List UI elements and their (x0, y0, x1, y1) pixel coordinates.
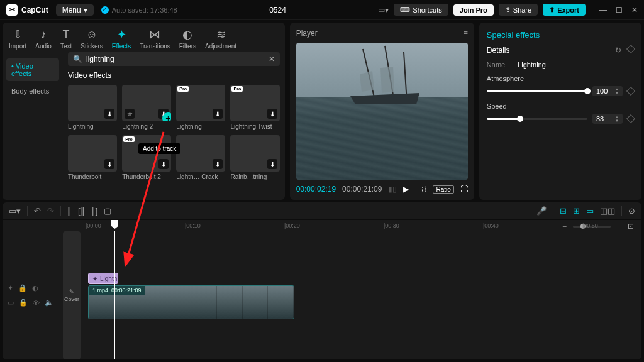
tab-transitions[interactable]: ⋈Transitions (140, 28, 170, 50)
pro-badge: Pro (177, 86, 189, 92)
param-value-input[interactable]: 33▲▼ (592, 114, 623, 124)
video-clip-label: 1.mp4 00:00:21:09 (89, 286, 145, 295)
video-clip[interactable]: 1.mp4 00:00:21:09 (88, 285, 294, 319)
tab-text[interactable]: TText (60, 28, 72, 50)
reset-icon[interactable]: ↻ (615, 46, 621, 55)
zoom-fit-icon[interactable]: ⊙ (628, 206, 635, 216)
param-slider[interactable] (487, 90, 587, 92)
close-icon[interactable]: ✕ (631, 6, 638, 14)
import-icon: ⇩ (13, 28, 23, 41)
clear-search-icon[interactable]: ✕ (269, 55, 275, 63)
keyframe-icon[interactable] (626, 114, 635, 123)
play-icon[interactable]: ▶ (403, 185, 409, 194)
trim-left-icon[interactable]: [‖ (78, 206, 85, 216)
join-pro-button[interactable]: Join Pro (453, 4, 494, 16)
scale-icon[interactable]: ⁝⁞ (421, 185, 426, 194)
fx-track-icon[interactable]: ✦ (8, 284, 13, 292)
tab-adjustment[interactable]: ≋Adjustment (205, 28, 236, 50)
effect-thumb[interactable]: ⬇Thunderbolt (68, 135, 117, 180)
video-track-icon[interactable]: ▭ (8, 299, 14, 307)
tab-stickers[interactable]: ☺Stickers (80, 28, 103, 50)
compare-icon[interactable]: ▮▯ (388, 185, 397, 194)
autosave-text: Auto saved: 17:36:48 (112, 6, 177, 14)
effect-thumb[interactable]: Pro⬇Lightning Twist (230, 85, 279, 130)
filters-icon: ◐ (182, 28, 192, 41)
track-toggle-icon[interactable]: ◫◫ (600, 206, 615, 216)
cover-button[interactable]: ✎ Cover (63, 231, 80, 359)
download-icon[interactable]: ⬇ (104, 159, 114, 169)
pro-badge: Pro (231, 86, 243, 92)
tab-import[interactable]: ⇩Import (9, 28, 26, 50)
maximize-icon[interactable]: ☐ (616, 6, 623, 14)
param-atmosphere: Atmosphere 100▲▼ (487, 75, 634, 96)
mic-icon[interactable]: 🎤 (536, 206, 547, 216)
split-icon[interactable]: ‖ (67, 206, 72, 216)
player-menu-icon[interactable]: ≡ (464, 29, 468, 38)
preview-icon[interactable]: ▭ (586, 206, 594, 216)
search-field[interactable] (86, 55, 269, 63)
download-icon[interactable]: ⬇ (104, 109, 114, 119)
shortcuts-button[interactable]: ⌨ Shortcuts (394, 4, 448, 16)
zoom-reset-icon[interactable]: ⊡ (628, 222, 634, 231)
download-icon[interactable]: ⬇ (267, 109, 277, 119)
current-time: 00:00:02:19 (296, 185, 336, 194)
undo-icon[interactable]: ↶ (34, 206, 41, 216)
snap-icon[interactable]: ⊟ (560, 206, 567, 216)
lock-icon[interactable]: 🔒 (18, 284, 27, 292)
effects-icon: ✦ (117, 28, 126, 41)
zoom-in-icon[interactable]: + (617, 222, 621, 231)
link-icon[interactable]: ⊞ (573, 206, 580, 216)
layout-icon[interactable]: ▭▾ (378, 6, 389, 14)
effect-thumb[interactable]: ☆⬇+Lightning 2 (122, 85, 171, 130)
effect-thumb[interactable]: Pro⬇Lightning (176, 85, 225, 130)
tab-filters[interactable]: ◐Filters (179, 28, 196, 50)
text-icon: T (63, 28, 70, 41)
fullscreen-icon[interactable]: ⛶ (460, 185, 468, 194)
sidebar-item-video-effects[interactable]: • Video effects (6, 58, 59, 81)
trim-right-icon[interactable]: ‖] (91, 206, 98, 216)
effect-thumb[interactable]: ⬇Lightn… Crack (176, 135, 225, 180)
tab-audio[interactable]: ♪Audio (35, 28, 52, 50)
menu-button[interactable]: Menu ▾ (56, 4, 94, 16)
param-value-input[interactable]: 100▲▼ (592, 86, 623, 96)
visibility-icon[interactable]: 👁 (33, 299, 40, 307)
share-label: Share (513, 6, 531, 14)
download-icon[interactable]: ⬇ (213, 109, 223, 119)
keyframe-icon[interactable] (626, 45, 635, 53)
player-viewport[interactable] (296, 43, 468, 180)
minimize-icon[interactable]: — (599, 6, 607, 14)
redo-icon[interactable]: ↷ (47, 206, 54, 216)
add-to-track-icon[interactable]: + (162, 112, 171, 121)
effect-clip[interactable]: ✦ Lightn (88, 273, 118, 284)
lock-icon[interactable]: 🔒 (19, 299, 28, 307)
effect-thumb[interactable]: Pro⬇Thunderbolt 2 (122, 135, 171, 180)
effect-thumb[interactable]: ⬇Rainb…tning (230, 135, 279, 180)
titlebar: ✂ CapCut Menu ▾ ✓ Auto saved: 17:36:48 0… (0, 0, 644, 20)
share-button[interactable]: ⇪ Share (499, 4, 538, 16)
download-icon[interactable]: ⬇ (213, 159, 223, 169)
zoom-out-icon[interactable]: − (562, 222, 567, 231)
keyframe-icon[interactable] (626, 87, 635, 96)
project-title[interactable]: 0524 (185, 6, 371, 14)
param-slider[interactable] (487, 118, 587, 120)
export-button[interactable]: ⬆ Export (543, 4, 586, 16)
mute-icon[interactable]: 🔈 (45, 299, 53, 307)
select-tool-icon[interactable]: ▭▾ (9, 206, 21, 216)
menu-label: Menu (62, 6, 81, 14)
effect-thumb[interactable]: ⬇Lightning (68, 85, 117, 130)
favorite-icon[interactable]: ☆ (125, 109, 135, 119)
sidebar-item-body-effects[interactable]: Body effects (6, 84, 59, 99)
tracks-area[interactable]: ✦ Lightn 1.mp4 00:00:21:09 (83, 231, 641, 359)
ratio-button[interactable]: Ratio (433, 185, 453, 194)
effect-name-row: Name Lightning (487, 61, 634, 69)
download-icon[interactable]: ⬇ (158, 159, 169, 169)
timeline-ruler[interactable]: − + ⊡ |00:00|00:10|00:20|00:30|00:40|00:… (3, 220, 641, 231)
playhead[interactable] (114, 231, 115, 359)
timeline-panel: ▭▾ ↶ ↷ ‖ [‖ ‖] ▢ 🎤 ⊟ ⊞ ▭ ◫◫ ⊙ − + ⊡ |00:… (3, 202, 641, 359)
delete-split-icon[interactable]: ▢ (104, 206, 111, 216)
download-icon[interactable]: ⬇ (267, 159, 277, 169)
tab-effects[interactable]: ✦Effects (112, 28, 131, 50)
visibility-icon[interactable]: ◐ (32, 284, 38, 292)
search-input[interactable]: 🔍 ✕ (68, 52, 280, 66)
panel-title: Special effects (487, 30, 634, 40)
